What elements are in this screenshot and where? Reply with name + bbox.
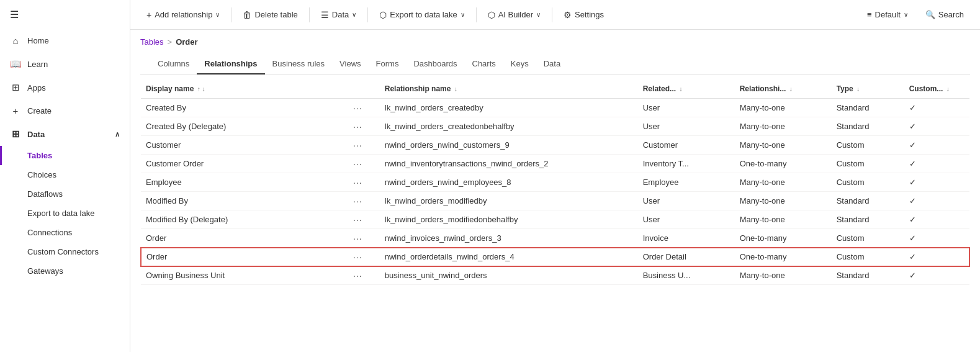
table-row[interactable]: Created By (Delegate)···lk_nwind_orders_… xyxy=(141,117,969,136)
tab-data[interactable]: Data xyxy=(536,54,568,74)
breadcrumb-parent[interactable]: Tables xyxy=(140,37,164,47)
sidebar-sub-item-connections[interactable]: Connections xyxy=(0,223,130,242)
table-cell: Many-to-one xyxy=(735,192,832,210)
delete-icon: 🗑 xyxy=(243,10,251,20)
sidebar-sub-item-dataflows[interactable]: Dataflows xyxy=(0,184,130,204)
table-cell: Many-to-one xyxy=(735,210,832,229)
sidebar-sub-item-gateways[interactable]: Gateways xyxy=(0,261,130,281)
row-dots-button[interactable]: ··· xyxy=(351,192,380,210)
table-cell: Many-to-one xyxy=(735,117,832,136)
add-relationship-label: Add relationship xyxy=(155,10,212,19)
tab-charts[interactable]: Charts xyxy=(465,54,503,74)
col-header-type[interactable]: Type ↓ xyxy=(832,79,904,99)
tabs: Columns Relationships Business rules Vie… xyxy=(140,54,970,74)
tab-keys[interactable]: Keys xyxy=(503,54,536,74)
col-header-relationship-name[interactable]: Relationship name ↓ xyxy=(380,79,638,99)
data-button[interactable]: ☰ Data ∨ xyxy=(315,7,362,23)
chevron-up-icon: ∧ xyxy=(115,130,120,138)
table-row[interactable]: Employee···nwind_orders_nwind_employees_… xyxy=(141,173,969,192)
settings-icon: ⚙ xyxy=(564,10,572,20)
tab-dashboards[interactable]: Dashboards xyxy=(406,54,464,74)
delete-table-label: Delete table xyxy=(254,10,297,19)
export-chevron-icon: ∨ xyxy=(461,11,465,18)
row-dots-button[interactable]: ··· xyxy=(351,266,380,285)
table-row[interactable]: Created By···lk_nwind_orders_createdbyUs… xyxy=(141,99,969,117)
table-cell: lk_nwind_orders_createdby xyxy=(380,99,638,117)
data-chevron-icon: ∨ xyxy=(352,11,356,18)
breadcrumb-area: Tables > Order Columns Relationships Bus… xyxy=(130,30,980,74)
ai-icon: ⬡ xyxy=(488,10,495,20)
sidebar-sub-item-export[interactable]: Export to data lake xyxy=(0,204,130,223)
table-cell: lk_nwind_orders_modifiedonbehalfby xyxy=(380,210,638,229)
tab-relationships[interactable]: Relationships xyxy=(197,54,264,74)
tab-business-rules[interactable]: Business rules xyxy=(265,54,333,74)
export-button[interactable]: ⬡ Export to data lake ∨ xyxy=(373,7,470,23)
table-cell: Many-to-one xyxy=(735,173,832,192)
hamburger-menu[interactable]: ☰ xyxy=(0,0,130,29)
col-header-related[interactable]: Related... ↓ xyxy=(638,79,735,99)
tab-views[interactable]: Views xyxy=(332,54,368,74)
row-dots-button[interactable]: ··· xyxy=(351,248,380,266)
data-label: Data xyxy=(332,10,349,19)
sidebar-sub-item-choices[interactable]: Choices xyxy=(0,165,130,184)
row-dots-button[interactable]: ··· xyxy=(351,173,380,192)
sidebar-sub-item-tables[interactable]: Tables xyxy=(0,146,130,165)
ai-builder-button[interactable]: ⬡ AI Builder ∨ xyxy=(482,7,547,23)
sidebar-item-home[interactable]: ⌂ Home xyxy=(0,29,130,52)
table-cell: ✓ xyxy=(904,173,969,192)
row-dots-button[interactable]: ··· xyxy=(351,117,380,136)
col-header-relationship-type[interactable]: Relationshi... ↓ xyxy=(735,79,832,99)
table-cell: ✓ xyxy=(904,192,969,210)
settings-button[interactable]: ⚙ Settings xyxy=(557,7,610,23)
sidebar-item-learn[interactable]: 📖 Learn xyxy=(0,52,130,76)
table-cell: ✓ xyxy=(904,99,969,117)
sidebar-sub-item-custom-connectors[interactable]: Custom Connectors xyxy=(0,242,130,261)
sort-icon: ↓ xyxy=(679,86,682,93)
row-dots-button[interactable]: ··· xyxy=(351,210,380,229)
table-cell: Invoice xyxy=(638,229,735,248)
table-row[interactable]: Customer Order···nwind_inventorytransact… xyxy=(141,155,969,173)
sidebar-item-data[interactable]: ⊞ Data ∧ xyxy=(0,122,130,146)
row-dots-button[interactable]: ··· xyxy=(351,155,380,173)
settings-label: Settings xyxy=(575,10,604,19)
table-cell: One-to-many xyxy=(735,229,832,248)
table-cell: One-to-many xyxy=(735,155,832,173)
table-cell: Created By xyxy=(141,99,351,117)
table-body: Created By···lk_nwind_orders_createdbyUs… xyxy=(141,99,969,285)
table-row[interactable]: Order···nwind_orderdetails_nwind_orders_… xyxy=(141,248,969,266)
table-cell: lk_nwind_orders_modifiedby xyxy=(380,192,638,210)
add-icon: + xyxy=(146,10,151,20)
table-cell: Custom xyxy=(832,155,904,173)
apps-icon: ⊞ xyxy=(10,82,21,93)
tab-columns[interactable]: Columns xyxy=(150,54,197,74)
table-cell: ✓ xyxy=(904,117,969,136)
delete-table-button[interactable]: 🗑 Delete table xyxy=(236,7,303,23)
data-icon: ⊞ xyxy=(10,129,21,140)
table-cell: Modified By xyxy=(141,192,351,210)
table-row[interactable]: Modified By (Delegate)···lk_nwind_orders… xyxy=(141,210,969,229)
search-button[interactable]: 🔍 Search xyxy=(919,7,970,22)
sidebar-item-create[interactable]: + Create xyxy=(0,99,130,122)
table-cell: Owning Business Unit xyxy=(141,266,351,285)
row-dots-button[interactable]: ··· xyxy=(351,229,380,248)
table-row[interactable]: Customer···nwind_orders_nwind_customers_… xyxy=(141,136,969,155)
col-header-display-name[interactable]: Display name ↑ ↓ xyxy=(141,79,351,99)
sort-icon: ↓ xyxy=(454,86,457,93)
table-row[interactable]: Modified By···lk_nwind_orders_modifiedby… xyxy=(141,192,969,210)
table-cell: ✓ xyxy=(904,210,969,229)
tab-forms[interactable]: Forms xyxy=(369,54,407,74)
table-row[interactable]: Owning Business Unit···business_unit_nwi… xyxy=(141,266,969,285)
sidebar-item-apps[interactable]: ⊞ Apps xyxy=(0,76,130,99)
toolbar-separator-2 xyxy=(309,7,310,22)
default-button[interactable]: ≡ Default ∨ xyxy=(861,7,914,22)
col-header-custom[interactable]: Custom... ↓ xyxy=(904,79,969,99)
table-row[interactable]: Order···nwind_invoices_nwind_orders_3Inv… xyxy=(141,229,969,248)
table-cell: Many-to-one xyxy=(735,136,832,155)
default-label: Default xyxy=(875,10,901,19)
toolbar-right: ≡ Default ∨ 🔍 Search xyxy=(861,7,970,22)
row-dots-button[interactable]: ··· xyxy=(351,136,380,155)
add-relationship-button[interactable]: + Add relationship ∨ xyxy=(140,7,226,23)
row-dots-button[interactable]: ··· xyxy=(351,99,380,117)
table-cell: Customer xyxy=(141,136,351,155)
table-cell: Inventory T... xyxy=(638,155,735,173)
